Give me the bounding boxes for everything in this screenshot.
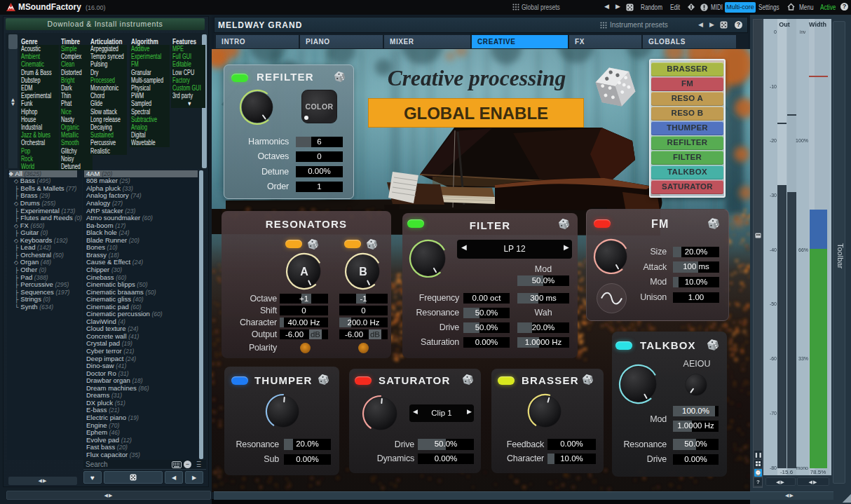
- svg-text:A: A: [300, 266, 308, 278]
- svg-text:B: B: [359, 266, 367, 278]
